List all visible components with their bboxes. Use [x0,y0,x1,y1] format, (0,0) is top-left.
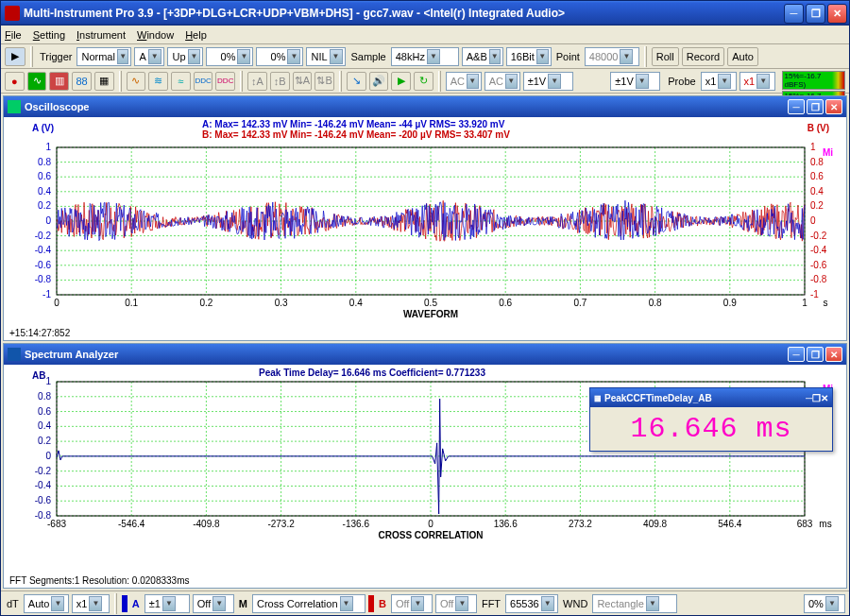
svg-text:0: 0 [45,215,51,226]
spectrum-title: Spectrum Analyzer [25,349,118,360]
dt-x1-select[interactable]: x1▼ [72,594,110,613]
sample-rate-select[interactable]: 48kHz▼ [391,47,459,66]
gen-icon-1[interactable]: ∿ [127,72,146,91]
svg-text:0.6: 0.6 [499,298,512,308]
osc-right-axis-label: B (V) [808,123,829,133]
channel-ab-select[interactable]: A&B▼ [462,47,503,66]
menu-instrument[interactable]: Instrument [76,29,126,41]
peak-minimize-button[interactable]: ─ [806,393,812,403]
b-label: B [377,598,388,609]
coupling-a-select[interactable]: AC▼ [446,72,482,91]
svg-text:-0.6: -0.6 [810,260,827,270]
menu-file[interactable]: File [5,29,22,41]
svg-text:273.2: 273.2 [569,519,592,529]
svg-text:-1: -1 [42,289,51,299]
a-off-select[interactable]: Off▼ [193,594,234,613]
svg-text:0.9: 0.9 [723,298,737,308]
ddc-icon-1[interactable]: DDC [194,72,213,91]
svg-text:s: s [824,298,828,308]
trigger-level2-select[interactable]: 0%▼ [256,47,303,66]
record-button[interactable]: Record [682,47,724,66]
svg-text:1: 1 [45,142,51,152]
gen-icon-3[interactable]: ≈ [171,72,191,91]
probe-b-select[interactable]: x1▼ [740,72,775,91]
svg-text:-0.8: -0.8 [35,274,52,284]
svg-text:0.2: 0.2 [38,200,51,211]
svg-text:-546.4: -546.4 [118,519,145,529]
meter-icon[interactable]: 88 [72,72,92,91]
osc-stats-b: B: Max= 142.33 mV Min= -146.24 mV Mean= … [202,129,510,140]
chip-a [122,595,128,612]
fft-size-select[interactable]: 65536▼ [505,594,558,613]
tool-icon-1[interactable]: ▶ [5,47,26,66]
svg-text:1: 1 [802,298,808,308]
bits-select[interactable]: 16Bit▼ [506,47,552,66]
peak-time-delay-window[interactable]: ▦ PeakCCFTimeDelay_AB ─ ❐ ✕ 16.646 ms [589,387,833,452]
loop-icon[interactable]: ↻ [414,72,434,91]
osc-close-button[interactable]: ✕ [825,99,842,114]
spec-minimize-button[interactable]: ─ [788,347,805,362]
minimize-button[interactable]: ─ [784,4,804,24]
spec-maximize-button[interactable]: ❐ [807,347,824,362]
trigger-pre-select[interactable]: NIL▼ [306,47,346,66]
osc-maximize-button[interactable]: ❐ [807,99,824,114]
svg-text:0.6: 0.6 [810,171,824,181]
probe-a-select[interactable]: x1▼ [701,72,737,91]
cursor-a-icon: ↕A [247,72,267,91]
menu-setting[interactable]: Setting [33,29,65,41]
dual-b-icon: ⇅B [314,72,334,91]
ddc-icon-2[interactable]: DDC [215,72,235,91]
b-off2-select[interactable]: Off▼ [435,594,477,613]
spectrum-icon[interactable]: ▥ [49,72,69,91]
svg-text:0.4: 0.4 [349,298,363,308]
osc-svg: -1-1-0.8-0.8-0.6-0.6-0.4-0.4-0.2-0.2000.… [4,117,842,325]
play-icon[interactable]: ▶ [391,72,411,91]
oscilloscope-plot[interactable]: A (V) B (V) A: Max= 142.33 mV Min= -146.… [4,117,846,340]
peak-value: 16.646 ms [590,407,832,451]
coupling-b-select[interactable]: AC▼ [484,72,520,91]
a-range-select[interactable]: ±1▼ [144,594,190,613]
app-icon [5,6,20,21]
auto-button[interactable]: Auto [727,47,758,66]
level-meter-a: 15%=-16.7 dBFS) [782,71,845,90]
level-meters: 15%=-16.7 dBFS) 15%=-16.7 dBFS) [782,71,845,92]
point-value-select[interactable]: 48000▼ [585,47,639,66]
oscilloscope-title: Oscilloscope [25,101,89,112]
svg-text:-1: -1 [810,289,819,299]
svg-text:0.4: 0.4 [810,186,824,197]
menu-window[interactable]: Window [137,29,174,41]
osc-minimize-button[interactable]: ─ [788,99,805,114]
svg-text:-0.2: -0.2 [35,231,52,241]
roll-button[interactable]: Roll [652,47,679,66]
svg-text:-0.6: -0.6 [35,495,52,505]
spectrum-plot[interactable]: AB Peak Time Delay= 16.646 ms Coefficien… [4,365,846,588]
maximize-button[interactable]: ❐ [806,4,825,24]
osc-stats: A: Max= 142.33 mV Min= -146.24 mV Mean= … [202,119,510,140]
trigger-slope-select[interactable]: Up▼ [167,47,203,66]
menu-help[interactable]: Help [185,29,207,41]
mi-marker: Mi [823,147,833,158]
dt-auto-select[interactable]: Auto▼ [24,594,69,613]
svg-text:0.2: 0.2 [199,298,212,308]
scope-icon[interactable]: ∿ [27,72,47,91]
range-a-select[interactable]: ±1V▼ [523,72,573,91]
spec-close-button[interactable]: ✕ [825,347,842,362]
trigger-edge-select[interactable]: A▼ [134,47,164,66]
input-icon[interactable]: ↘ [347,72,366,91]
close-button[interactable]: ✕ [827,4,847,24]
peak-maximize-button[interactable]: ❐ [812,393,821,403]
app-window: Multi-Instrument Pro 3.9 - [+3DP+DLG+LCR… [0,0,850,616]
peak-close-button[interactable]: ✕ [821,393,828,403]
b-off1-select[interactable]: Off▼ [391,594,433,613]
range-b-select[interactable]: ±1V▼ [610,72,660,91]
gen-icon-2[interactable]: ≋ [148,72,168,91]
overlap-select[interactable]: 0%▼ [804,594,845,613]
extra-icon-1[interactable]: ▦ [94,72,114,91]
mode-select[interactable]: Cross Correlation▼ [252,594,366,613]
record-icon[interactable]: ● [5,72,25,91]
trigger-level1-select[interactable]: 0%▼ [206,47,253,66]
svg-text:0.4: 0.4 [38,186,51,197]
wnd-select[interactable]: Rectangle▼ [592,594,677,613]
speaker-icon[interactable]: 🔊 [369,72,389,91]
trigger-mode-select[interactable]: Normal▼ [76,47,131,66]
